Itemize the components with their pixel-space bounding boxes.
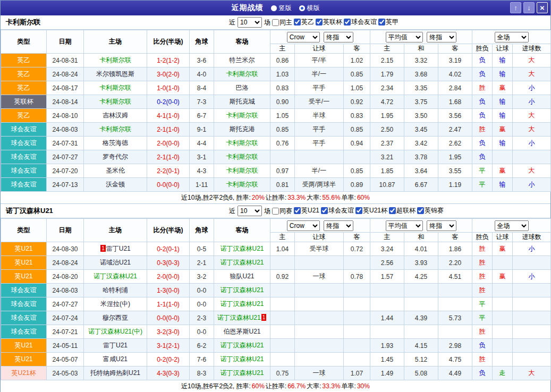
match-row: 球会友谊24-07-13沃金顿0-0(0-0)1-11卡利斯尔联0.81受两/两… xyxy=(1,178,551,192)
wdl-result-cell: 负 xyxy=(472,367,493,380)
summary-text: 单率: xyxy=(342,382,356,391)
col-type: 类型 xyxy=(1,30,47,54)
window-buttons: ↑ ↓ × xyxy=(510,2,548,13)
league-filter-英U21[interactable]: 英U21 xyxy=(294,206,319,215)
odds-company-select[interactable]: Crow xyxy=(287,32,320,42)
league-checkbox[interactable] xyxy=(316,19,323,25)
odds-away-cell: 0.72 xyxy=(344,242,370,256)
wdl-result-cell: 胜 xyxy=(472,353,493,367)
team-name-text: 米尔顿凯恩斯 xyxy=(96,70,134,78)
league-filter-球会友谊[interactable]: 球会友谊 xyxy=(321,206,354,215)
odds-away-cell: 1.02 xyxy=(344,54,370,67)
unit-label: 场 xyxy=(264,207,270,216)
away-team-cell: 诺丁汉森林U21 xyxy=(214,242,270,256)
scope-select[interactable]: 全场 xyxy=(495,220,529,231)
league-filter-英联杯[interactable]: 英联杯 xyxy=(316,18,342,27)
odds-stage-select[interactable]: 终指 xyxy=(324,32,353,42)
away-team-cell: 斯托克港 xyxy=(214,123,270,137)
arrow-up-button[interactable]: ↑ xyxy=(510,2,521,13)
recent-count-select[interactable]: 10 xyxy=(238,206,262,216)
summary-text: 20% xyxy=(252,194,265,201)
scope-select[interactable]: 全场 xyxy=(495,32,529,42)
league-checkbox[interactable] xyxy=(294,207,301,214)
away-team-cell: 伯恩茅斯U21 xyxy=(214,325,270,339)
league-checkbox[interactable] xyxy=(417,207,424,214)
same-competition-label: 同赛 xyxy=(279,207,292,216)
layout-vertical-option[interactable]: 竖版 xyxy=(271,4,292,13)
avg-away-cell: 1.19 xyxy=(438,178,472,192)
league-checkbox[interactable] xyxy=(378,19,385,25)
away-team-cell: 诺丁汉森林U21 xyxy=(214,353,270,367)
goals-result-cell xyxy=(513,284,551,297)
league-filters: 英乙英联杯球会友谊英甲 xyxy=(292,18,399,27)
avg-draw-cell: 5.08 xyxy=(404,367,438,380)
corner-cell: 1-11 xyxy=(190,178,214,192)
home-team-cell: 诺丁汉森林U21 xyxy=(84,270,147,284)
team-name-text: 诺丁汉森林U21 xyxy=(220,342,264,349)
odds-company-select[interactable]: Crow xyxy=(287,220,320,231)
same-competition-checkbox[interactable] xyxy=(272,208,279,215)
handicap-line-cell: 受两/两球半 xyxy=(295,178,344,192)
average-group-header: 平均值 终指 xyxy=(370,30,472,44)
corner-cell: 4-3 xyxy=(190,164,214,178)
avg-home-cell: 2.34 xyxy=(370,81,404,95)
home-team-cell: 哈特利浦 xyxy=(84,284,147,297)
titlebar: 近期战绩 竖版 横版 ↑ ↓ × xyxy=(1,1,550,15)
league-checkbox[interactable] xyxy=(344,19,351,25)
odds-stage-select[interactable]: 终指 xyxy=(324,220,353,231)
matches-table: 类型 日期 主场 比分(半场) 角球 客场 Crow 终指 平均值 终指 xyxy=(1,218,551,380)
avg-away-cell: 2.62 xyxy=(438,137,472,150)
average-stage-select[interactable]: 终指 xyxy=(427,220,456,231)
league-filter-英乙[interactable]: 英乙 xyxy=(294,18,314,27)
handicap-result-cell: 赢 xyxy=(493,242,513,256)
match-row: 英乙24-08-10吉林汉姆4-1(1-0)6-7卡利斯尔联1.05半球0.83… xyxy=(1,109,551,123)
average-select[interactable]: 平均值 xyxy=(386,32,423,42)
radio-selected-icon xyxy=(299,5,305,11)
odds-home-cell: 0.90 xyxy=(270,95,295,109)
league-filter-英U21杯[interactable]: 英U21杯 xyxy=(355,206,387,215)
arrow-down-button[interactable]: ↓ xyxy=(523,2,535,13)
same-venue-label: 同主 xyxy=(279,18,292,27)
close-button[interactable]: × xyxy=(537,2,548,13)
wdl-result-cell: 负 xyxy=(472,137,493,150)
league-type-badge: 球会友谊 xyxy=(1,284,47,297)
league-checkbox[interactable] xyxy=(389,207,396,214)
summary-text: 单率: xyxy=(342,193,356,202)
horizontal-label: 横版 xyxy=(307,4,320,13)
panel-title: 近期战绩 xyxy=(232,3,264,13)
league-filter-超联杯[interactable]: 超联杯 xyxy=(389,206,416,215)
handicap-line-cell xyxy=(295,284,344,297)
corner-cell: 6-7 xyxy=(190,109,214,123)
avg-away-cell: 4.51 xyxy=(438,270,472,284)
corner-cell: 8-3 xyxy=(190,367,214,380)
team-name-text: 巴洛 xyxy=(236,84,249,91)
col-score: 比分(半场) xyxy=(147,30,190,54)
league-filter-球会友谊[interactable]: 球会友谊 xyxy=(344,18,377,27)
same-venue-checkbox[interactable] xyxy=(272,19,279,26)
match-date: 24-08-10 xyxy=(47,109,84,123)
away-team-cell: 卡利斯尔联 xyxy=(214,137,270,150)
layout-horizontal-option[interactable]: 横版 xyxy=(299,4,320,13)
score-cell: 0-0(0-0) xyxy=(147,311,190,325)
wdl-result-cell: 胜 xyxy=(472,270,493,284)
league-checkbox[interactable] xyxy=(294,19,301,25)
league-checkbox[interactable] xyxy=(321,207,328,214)
same-venue-filter[interactable]: 同主 xyxy=(272,18,292,27)
odds-home-cell: 0.81 xyxy=(270,178,295,192)
handicap-line-cell xyxy=(295,311,344,325)
team-name-text: 富咸U21 xyxy=(103,355,128,363)
league-checkbox[interactable] xyxy=(355,207,362,214)
team-name-text: 卡利斯尔联 xyxy=(99,56,131,64)
league-filter-英甲[interactable]: 英甲 xyxy=(378,18,399,27)
league-type-badge: 球会友谊 xyxy=(1,123,47,137)
league-filter-英锦赛[interactable]: 英锦赛 xyxy=(417,206,444,215)
recent-count-select[interactable]: 10 xyxy=(238,17,262,28)
team-name-text: 卡利斯尔联 xyxy=(226,112,258,119)
same-competition-filter[interactable]: 同赛 xyxy=(272,207,292,216)
avg-home-cell: 1.85 xyxy=(370,164,404,178)
average-select[interactable]: 平均值 xyxy=(386,220,423,231)
league-filters: 英U21球会友谊英U21杯超联杯英锦赛 xyxy=(292,206,444,216)
average-stage-select[interactable]: 终指 xyxy=(427,32,456,42)
recent-results-panel: 近期战绩 竖版 横版 ↑ ↓ × 卡利斯尔联 近 10 场 xyxy=(0,0,551,392)
handicap-result-cell xyxy=(493,284,513,297)
